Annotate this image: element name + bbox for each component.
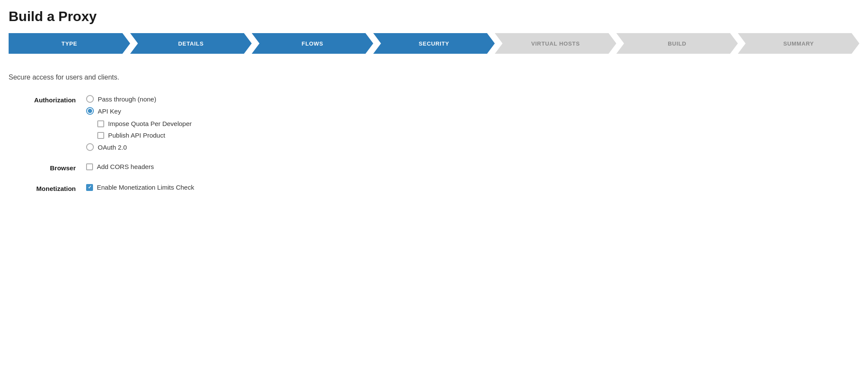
monetization-section: Monetization Enable Monetization Limits … (9, 184, 859, 192)
page-subtitle: Secure access for users and clients. (9, 74, 859, 81)
content-area: Secure access for users and clients. Aut… (9, 69, 859, 192)
checkbox-cors-headers-indicator (86, 163, 93, 170)
browser-section: Browser Add CORS headers (9, 163, 859, 172)
checkbox-monetization-limits-label: Enable Monetization Limits Check (97, 184, 194, 191)
radio-pass-through-indicator (86, 95, 94, 103)
step-summary[interactable]: SUMMARY (738, 33, 859, 54)
checkbox-publish-api-label: Publish API Product (108, 132, 165, 139)
radio-pass-through-label: Pass through (none) (98, 95, 156, 103)
checkbox-cors-headers[interactable]: Add CORS headers (86, 163, 154, 170)
step-security[interactable]: SECURITY (373, 33, 495, 54)
step-flows[interactable]: FLOWS (252, 33, 373, 54)
checkbox-publish-api[interactable]: Publish API Product (97, 132, 192, 139)
monetization-label: Monetization (9, 184, 86, 192)
authorization-label: Authorization (9, 95, 86, 104)
radio-pass-through[interactable]: Pass through (none) (86, 95, 192, 103)
checkbox-cors-headers-label: Add CORS headers (97, 163, 154, 170)
step-build[interactable]: BUILD (616, 33, 738, 54)
checkbox-impose-quota-indicator (97, 120, 104, 127)
radio-api-key[interactable]: API Key (86, 107, 192, 115)
browser-label: Browser (9, 163, 86, 172)
checkbox-monetization-limits[interactable]: Enable Monetization Limits Check (86, 184, 194, 191)
checkbox-monetization-limits-indicator (86, 184, 93, 191)
api-key-sub-options: Impose Quota Per Developer Publish API P… (97, 120, 192, 139)
page-title: Build a Proxy (9, 9, 859, 25)
step-details[interactable]: DETAILS (130, 33, 251, 54)
checkbox-impose-quota[interactable]: Impose Quota Per Developer (97, 120, 192, 127)
radio-oauth2-indicator (86, 143, 94, 151)
step-virtual-hosts[interactable]: VIRTUAL HOSTS (495, 33, 616, 54)
checkbox-publish-api-indicator (97, 132, 104, 139)
checkbox-impose-quota-label: Impose Quota Per Developer (108, 120, 192, 127)
radio-api-key-label: API Key (98, 108, 121, 115)
browser-controls: Add CORS headers (86, 163, 154, 170)
radio-oauth2-label: OAuth 2.0 (98, 144, 127, 151)
radio-oauth2[interactable]: OAuth 2.0 (86, 143, 192, 151)
authorization-section: Authorization Pass through (none) API Ke… (9, 95, 859, 151)
monetization-controls: Enable Monetization Limits Check (86, 184, 194, 191)
stepper: TYPE DETAILS FLOWS SECURITY VIRTUAL HOST… (9, 33, 859, 54)
step-type[interactable]: TYPE (9, 33, 130, 54)
radio-api-key-indicator (86, 107, 94, 115)
authorization-controls: Pass through (none) API Key Impose Quota… (86, 95, 192, 151)
